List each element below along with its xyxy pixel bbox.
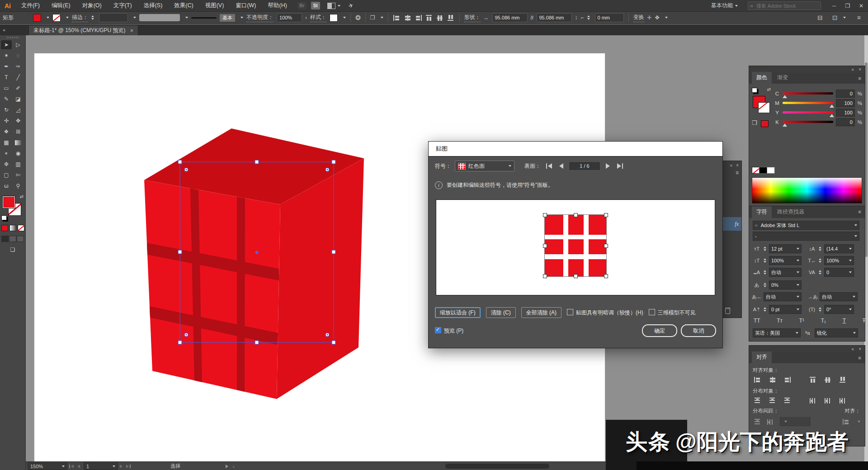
swap-fill-stroke-icon[interactable]: ⇄ <box>20 194 24 199</box>
small-caps-button[interactable]: Tᴛ <box>777 318 783 324</box>
status-collapse-icon[interactable]: ‹ <box>233 464 235 469</box>
width-tool[interactable]: ✣ <box>1 116 12 125</box>
style-label[interactable]: 样式： <box>310 14 326 22</box>
distribute-vertical-space-icon[interactable] <box>754 418 761 425</box>
lasso-tool[interactable]: ◌ <box>13 51 24 60</box>
color-mode-button[interactable] <box>1 225 8 231</box>
align-top-icon[interactable] <box>809 376 817 383</box>
chevron-down-icon[interactable] <box>343 17 346 19</box>
black-slider[interactable] <box>783 121 833 123</box>
magenta-slider[interactable] <box>783 102 833 104</box>
distribute-horizontal-space-icon[interactable] <box>767 418 774 425</box>
insert-space-left-field[interactable]: 自动 <box>764 292 802 301</box>
symbol-handle[interactable] <box>574 213 578 217</box>
close-button[interactable]: ✕ <box>854 3 868 9</box>
symbol-handle[interactable] <box>543 244 547 248</box>
stroke-proxy-swatch[interactable] <box>758 102 770 113</box>
next-artboard-button[interactable] <box>120 465 123 468</box>
all-caps-button[interactable]: TT <box>754 318 760 324</box>
character-rotation-field[interactable]: 0° <box>824 305 854 314</box>
artboard-tool[interactable]: ▢ <box>1 171 12 180</box>
pen-tool[interactable]: ✒ <box>1 62 12 71</box>
collapse-panel-icon[interactable]: « <box>730 163 733 168</box>
swap-colors-icon[interactable]: ⇄ <box>767 87 771 92</box>
opacity-label[interactable]: 不透明度： <box>246 14 274 22</box>
proportional-spacing-field[interactable]: 0% <box>769 280 802 290</box>
workspace-switcher[interactable]: 基本功能 <box>711 2 733 9</box>
chevron-down-icon[interactable] <box>66 17 69 19</box>
brush-definition-preview[interactable] <box>139 14 180 21</box>
align-bottom-icon[interactable] <box>839 376 847 383</box>
symbol-handle[interactable] <box>604 274 608 278</box>
fill-color-swatch[interactable] <box>33 14 41 22</box>
font-size-field[interactable]: 12 pt <box>769 244 802 253</box>
first-artboard-button[interactable] <box>69 465 74 468</box>
close-tab-icon[interactable]: × <box>130 27 134 34</box>
slice-tool[interactable]: ✄ <box>13 171 24 180</box>
none-swatch[interactable] <box>752 167 760 174</box>
shape-label[interactable]: 形状： <box>464 14 481 22</box>
eraser-tool[interactable]: ◪ <box>13 95 24 104</box>
tab-character[interactable]: 字符 <box>752 206 772 218</box>
chevron-down-icon[interactable] <box>381 17 383 19</box>
distribute-vertical-center-icon[interactable] <box>769 397 776 404</box>
font-style-field[interactable]: - <box>753 232 859 241</box>
shape-height-field[interactable]: 95.086 mm <box>537 13 572 22</box>
distribute-right-icon[interactable] <box>839 397 847 404</box>
align-right-icon[interactable] <box>783 376 791 383</box>
close-panel-icon[interactable]: × <box>859 347 861 351</box>
collapse-tools-icon[interactable]: « <box>0 27 28 35</box>
tab-color[interactable]: 颜色 <box>752 72 772 84</box>
status-expand-icon[interactable] <box>226 465 228 468</box>
underline-button[interactable]: T <box>843 318 846 324</box>
blend-tool[interactable]: ◉ <box>13 149 24 158</box>
baseline-shift-field[interactable]: 0 pt <box>769 305 802 314</box>
white-swatch[interactable] <box>767 167 775 174</box>
tracking-stepper[interactable] <box>819 270 821 275</box>
horizontal-scrollbar-thumb[interactable] <box>445 464 549 469</box>
mapped-symbol-artwork[interactable] <box>545 215 606 276</box>
chevron-down-icon[interactable] <box>843 17 846 19</box>
distribute-horizontal-center-icon[interactable] <box>824 397 832 404</box>
last-surface-button[interactable] <box>617 163 623 169</box>
menu-help[interactable]: 帮助(H) <box>262 2 293 9</box>
hand-tool[interactable]: ω <box>1 181 12 190</box>
menu-view[interactable]: 视图(V) <box>199 2 230 9</box>
align-left-icon[interactable] <box>393 14 401 21</box>
arrange-documents-icon[interactable] <box>327 3 335 9</box>
tab-pathfinder[interactable]: 路径查找器 <box>773 206 809 218</box>
stock-icon[interactable]: St <box>311 2 320 9</box>
opacity-field[interactable]: 100% <box>277 13 302 22</box>
draw-normal-button[interactable] <box>1 236 9 242</box>
tab-align[interactable]: 对齐 <box>752 351 772 363</box>
selection-tool[interactable]: ➤ <box>1 40 12 49</box>
baseline-shift-stepper[interactable] <box>764 307 766 312</box>
font-family-field[interactable]: ⌕Adobe 宋体 Std L <box>753 221 859 230</box>
fill-stroke-control[interactable]: ⇄ <box>2 195 23 218</box>
screen-mode-button[interactable]: ❏ <box>9 247 17 253</box>
restore-button[interactable]: ❐ <box>841 3 854 9</box>
selection-center-point[interactable] <box>255 251 259 254</box>
select-similar-icon[interactable]: ✥ <box>655 14 660 21</box>
dialog-title-bar[interactable]: 贴图 <box>429 142 722 157</box>
previous-artboard-button[interactable] <box>77 465 80 468</box>
search-input[interactable] <box>755 3 811 9</box>
subscript-button[interactable]: T₁ <box>821 318 826 324</box>
appearance-menu-icon[interactable]: ≡ <box>722 170 741 176</box>
scale-tool[interactable]: ◿ <box>13 105 24 114</box>
mesh-tool[interactable]: ▦ <box>1 138 12 147</box>
leading-stepper[interactable] <box>819 247 821 251</box>
stock-search[interactable]: ⌕ <box>748 1 821 10</box>
collapse-panel-icon[interactable]: « <box>852 347 854 351</box>
document-setup-icon[interactable]: ❐ <box>370 14 375 21</box>
menu-type[interactable]: 文字(T) <box>108 2 138 9</box>
shade-artwork-checkbox[interactable]: 贴图具有明暗调（较慢）(H) <box>567 309 643 317</box>
dock-panel-icon[interactable]: ⊡ <box>832 14 838 21</box>
chevron-down-icon[interactable] <box>241 17 243 19</box>
toolbar-grip[interactable] <box>7 37 19 38</box>
tracking-field[interactable]: 0 <box>824 268 854 277</box>
chevron-down-icon[interactable] <box>185 17 188 19</box>
cancel-button[interactable]: 取消 <box>681 324 716 337</box>
surface-field[interactable]: 1 / 6 <box>569 161 600 171</box>
distribute-spacing-field[interactable] <box>780 417 811 426</box>
